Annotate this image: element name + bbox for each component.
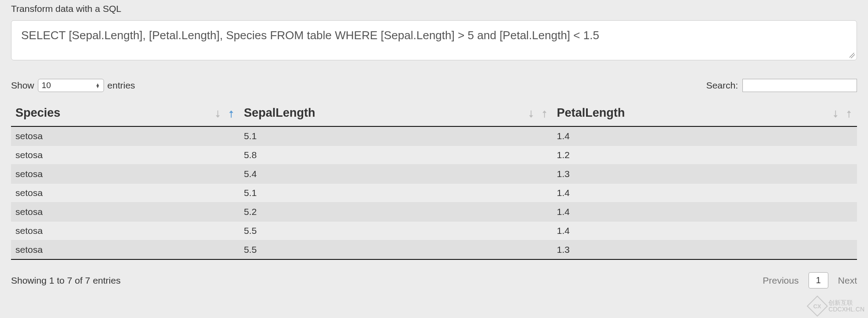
page-length-value: 10 xyxy=(42,81,51,90)
sort-icon xyxy=(528,109,548,118)
length-prefix: Show xyxy=(11,80,34,91)
cell-petal: 1.3 xyxy=(553,240,857,260)
sql-textarea[interactable]: SELECT [Sepal.Length], [Petal.Length], S… xyxy=(11,20,857,60)
cell-sepal: 5.8 xyxy=(239,146,552,165)
table-row: setosa5.51.4 xyxy=(11,222,857,240)
table-row: setosa5.51.3 xyxy=(11,240,857,260)
length-suffix: entries xyxy=(108,80,135,91)
cell-species: setosa xyxy=(11,203,239,222)
col-header-species[interactable]: Species xyxy=(11,101,239,126)
page-length-control: Show 10 ▲▼ entries xyxy=(11,79,135,92)
results-table: Species SepalLength PetalLength xyxy=(11,101,857,260)
col-label: SepalLength xyxy=(244,106,315,119)
col-label: PetalLength xyxy=(557,106,625,119)
table-row: setosa5.11.4 xyxy=(11,184,857,203)
cell-petal: 1.4 xyxy=(553,126,857,146)
page-length-select[interactable]: 10 ▲▼ xyxy=(38,79,104,92)
cell-sepal: 5.4 xyxy=(239,165,552,184)
table-row: setosa5.41.3 xyxy=(11,165,857,184)
select-arrows-icon: ▲▼ xyxy=(96,83,100,88)
cell-petal: 1.4 xyxy=(553,184,857,203)
prev-button[interactable]: Previous xyxy=(763,275,799,286)
cell-sepal: 5.1 xyxy=(239,184,552,203)
cell-sepal: 5.5 xyxy=(239,222,552,240)
table-row: setosa5.81.2 xyxy=(11,146,857,165)
table-info: Showing 1 to 7 of 7 entries xyxy=(11,275,121,286)
col-header-sepal-length[interactable]: SepalLength xyxy=(239,101,552,126)
cell-species: setosa xyxy=(11,146,239,165)
cell-species: setosa xyxy=(11,126,239,146)
cell-species: setosa xyxy=(11,165,239,184)
table-row: setosa5.11.4 xyxy=(11,126,857,146)
page-number-button[interactable]: 1 xyxy=(809,272,828,288)
table-row: setosa5.21.4 xyxy=(11,203,857,222)
cell-petal: 1.3 xyxy=(553,165,857,184)
search-control: Search: xyxy=(706,79,857,92)
pagination: Previous 1 Next xyxy=(763,272,857,288)
cell-petal: 1.4 xyxy=(553,222,857,240)
cell-species: setosa xyxy=(11,184,239,203)
section-title: Transform data with a SQL xyxy=(11,0,857,20)
sort-icon xyxy=(832,109,853,118)
search-label: Search: xyxy=(706,80,738,91)
sort-icon xyxy=(215,109,235,118)
search-input[interactable] xyxy=(742,79,857,92)
col-header-petal-length[interactable]: PetalLength xyxy=(553,101,857,126)
col-label: Species xyxy=(15,106,60,119)
cell-sepal: 5.5 xyxy=(239,240,552,260)
cell-species: setosa xyxy=(11,222,239,240)
cell-sepal: 5.1 xyxy=(239,126,552,146)
next-button[interactable]: Next xyxy=(838,275,857,286)
cell-petal: 1.2 xyxy=(553,146,857,165)
cell-species: setosa xyxy=(11,240,239,260)
cell-sepal: 5.2 xyxy=(239,203,552,222)
cell-petal: 1.4 xyxy=(553,203,857,222)
